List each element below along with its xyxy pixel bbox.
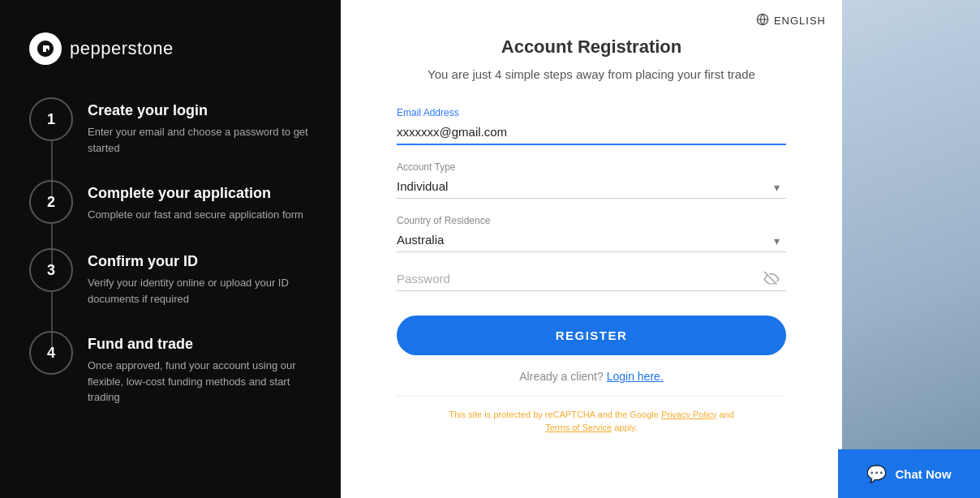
- step-content-1: Create your login Enter your email and c…: [88, 97, 312, 156]
- eye-slash-icon[interactable]: [763, 271, 780, 288]
- password-field-group: [397, 268, 786, 291]
- step-title-3: Confirm your ID: [88, 253, 312, 270]
- login-here-link[interactable]: Login here.: [607, 370, 664, 383]
- logo-area: pepperstone: [29, 32, 312, 65]
- email-label: Email Address: [397, 107, 786, 118]
- terms-link[interactable]: Terms of Service: [545, 423, 612, 432]
- country-select-wrapper: Australia United Kingdom United States C…: [397, 230, 786, 252]
- password-input[interactable]: [397, 268, 786, 291]
- lang-bar[interactable]: ENGLISH: [357, 0, 826, 36]
- step-title-2: Complete your application: [88, 185, 303, 202]
- logo-text: pepperstone: [70, 38, 174, 59]
- already-client-text: Already a client? Login here.: [397, 370, 786, 383]
- country-select[interactable]: Australia United Kingdom United States C…: [397, 230, 786, 252]
- register-button[interactable]: REGISTER: [397, 316, 786, 355]
- step-desc-3: Verify your identity online or upload yo…: [88, 275, 312, 307]
- email-input[interactable]: [397, 122, 786, 145]
- form-title: Account Registration: [357, 36, 826, 58]
- step-item-4: 4 Fund and trade Once approved, fund you…: [29, 331, 312, 406]
- step-content-3: Confirm your ID Verify your identity onl…: [88, 248, 312, 307]
- step-item-2: 2 Complete your application Complete our…: [29, 180, 312, 248]
- country-field-group: Country of Residence Australia United Ki…: [397, 215, 786, 252]
- password-wrapper: [397, 268, 786, 291]
- chat-bubble-icon: 💬: [866, 464, 887, 483]
- steps-list: 1 Create your login Enter your email and…: [29, 97, 312, 406]
- step-circle-1: 1: [29, 97, 73, 141]
- email-field-group: Email Address: [397, 107, 786, 145]
- globe-icon: [756, 13, 769, 28]
- account-type-label: Account Type: [397, 161, 786, 173]
- step-desc-2: Complete our fast and secure application…: [88, 207, 303, 223]
- step-circle-3: 3: [29, 248, 73, 292]
- step-desc-1: Enter your email and choose a password t…: [88, 124, 312, 156]
- account-type-select-wrapper: Individual Corporate ▾: [397, 176, 786, 199]
- divider: [397, 396, 786, 397]
- right-panel-background: [842, 0, 980, 498]
- step-content-2: Complete your application Complete our f…: [88, 180, 303, 223]
- step-item-1: 1 Create your login Enter your email and…: [29, 97, 312, 180]
- form-subtitle: You are just 4 simple steps away from pl…: [357, 66, 826, 84]
- recaptcha-text: This site is protected by reCAPTCHA and …: [397, 408, 786, 435]
- chat-now-button[interactable]: 💬 Chat Now: [838, 449, 980, 498]
- account-type-select[interactable]: Individual Corporate: [397, 176, 786, 199]
- step-item-3: 3 Confirm your ID Verify your identity o…: [29, 248, 312, 331]
- step-content-4: Fund and trade Once approved, fund your …: [88, 331, 312, 406]
- center-panel: ENGLISH Account Registration You are jus…: [341, 0, 842, 498]
- chat-label: Chat Now: [895, 467, 951, 481]
- country-label: Country of Residence: [397, 215, 786, 226]
- right-panel: [842, 0, 980, 498]
- step-circle-2: 2: [29, 180, 73, 224]
- account-type-field-group: Account Type Individual Corporate ▾: [397, 161, 786, 199]
- form-header: Account Registration You are just 4 simp…: [357, 36, 826, 84]
- form-body: Email Address Account Type Individual Co…: [397, 107, 786, 435]
- step-title-1: Create your login: [88, 102, 312, 119]
- step-circle-4: 4: [29, 331, 73, 375]
- step-title-4: Fund and trade: [88, 336, 312, 353]
- logo-icon: [29, 32, 62, 65]
- step-desc-4: Once approved, fund your account using o…: [88, 358, 312, 406]
- privacy-policy-link[interactable]: Privacy Policy: [661, 410, 716, 419]
- lang-selector[interactable]: ENGLISH: [774, 15, 826, 27]
- left-panel: pepperstone 1 Create your login Enter yo…: [0, 0, 341, 498]
